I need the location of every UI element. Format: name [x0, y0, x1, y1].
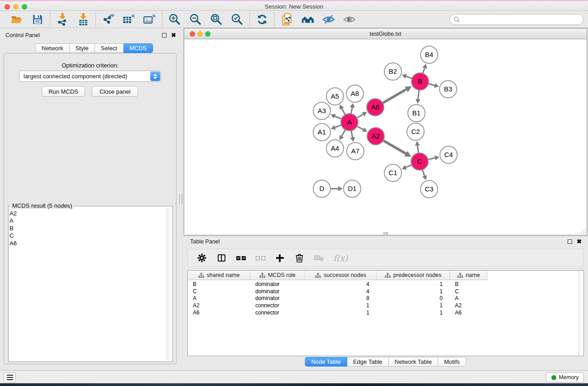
column-header-successor-nodes[interactable]: successor nodes [305, 271, 377, 280]
graph-node-C2[interactable]: C2 [407, 123, 424, 140]
graph-node-B4[interactable]: B4 [421, 46, 438, 63]
delete-table-icon[interactable] [314, 253, 324, 263]
graph-edge-A-A1[interactable] [335, 125, 341, 127]
graph-node-A[interactable]: A [341, 114, 358, 131]
table-row[interactable]: A2connector11A2 [188, 302, 578, 309]
mcds-result-item[interactable]: A6 [10, 240, 166, 247]
graph-edge-C-C3[interactable] [422, 170, 425, 176]
create-column-icon[interactable] [275, 253, 285, 263]
search-input[interactable] [460, 16, 579, 23]
table-row[interactable]: Cdominator41C [188, 288, 578, 295]
graph-edge-C-C4[interactable] [428, 158, 435, 160]
graph-edge-A-A2[interactable] [357, 126, 363, 129]
tab-style[interactable]: Style [70, 43, 95, 53]
save-session-icon[interactable] [31, 13, 44, 26]
deselect-all-columns-icon[interactable] [255, 253, 265, 263]
criterion-dropdown[interactable]: largest connected component (directed) [19, 71, 161, 82]
open-file-icon[interactable] [10, 13, 24, 26]
mcds-result-item[interactable]: B [10, 225, 166, 232]
mcds-list-scrollbar[interactable] [167, 207, 172, 361]
column-header-predecessor-nodes[interactable]: predecessor nodes [377, 271, 450, 280]
graph-node-A1[interactable]: A1 [313, 124, 330, 141]
window-bottom-grip[interactable] [383, 232, 388, 235]
graph-edge-A6-B[interactable] [382, 89, 406, 103]
table-settings-gear-icon[interactable] [197, 253, 207, 263]
close-panel-button[interactable]: Close panel [92, 86, 138, 97]
graph-node-A8[interactable]: A8 [346, 85, 363, 102]
graph-edge-B-B1[interactable] [418, 90, 419, 99]
graph-edge-A-A4[interactable] [342, 130, 345, 136]
hide-selected-icon[interactable] [322, 13, 335, 26]
graph-edge-B-B2[interactable] [406, 76, 412, 79]
export-image-icon[interactable] [143, 13, 157, 26]
graph-node-C3[interactable]: C3 [421, 181, 438, 198]
network-canvas[interactable]: B4B2BB3A8A5A6A3B1AC2A1A2A4A7C4CC1C3DD1 [184, 39, 587, 235]
vertical-splitter-grip[interactable] [179, 194, 182, 204]
graph-node-A7[interactable]: A7 [347, 143, 364, 160]
graph-node-C[interactable]: C [411, 153, 428, 170]
table-row[interactable]: A6connector11A6 [188, 309, 578, 316]
zoom-selected-icon[interactable] [230, 13, 244, 26]
zoom-out-icon[interactable] [189, 13, 202, 26]
tab-select[interactable]: Select [95, 43, 124, 53]
tab-network[interactable]: Network [35, 43, 70, 53]
graph-node-A6[interactable]: A6 [367, 99, 384, 116]
tab-mcds[interactable]: MCDS [124, 43, 153, 53]
show-all-icon[interactable] [343, 13, 356, 26]
graph-edge-A-A8[interactable] [351, 107, 353, 114]
table-scrollbar[interactable] [578, 271, 583, 356]
memory-button[interactable]: Memory [546, 372, 584, 382]
mcds-result-item[interactable]: C [10, 232, 166, 239]
table-row[interactable]: Adominator80A [188, 295, 578, 302]
mcds-result-item[interactable]: A2 [10, 210, 166, 217]
float-table-panel-icon[interactable] [568, 239, 572, 244]
close-table-panel-icon[interactable]: ✖ [577, 239, 582, 244]
graph-node-C1[interactable]: C1 [384, 164, 402, 181]
mcds-result-item[interactable]: A [10, 217, 166, 224]
graph-edge-C-C1[interactable] [406, 165, 412, 167]
function-builder-icon[interactable]: f(x) [333, 253, 348, 263]
task-history-button[interactable] [4, 372, 16, 382]
float-panel-icon[interactable] [162, 33, 167, 38]
graph-node-A3[interactable]: A3 [313, 102, 330, 119]
first-neighbors-icon[interactable] [301, 13, 315, 26]
split-panel-icon[interactable] [216, 253, 226, 263]
column-header-mcds-role[interactable]: MCDS role [250, 271, 305, 280]
graph-edge-A-A3[interactable] [335, 116, 342, 119]
graph-node-A2[interactable]: A2 [367, 128, 384, 145]
graph-edge-A-A7[interactable] [351, 131, 353, 138]
graph-edge-B-B4[interactable] [423, 68, 425, 73]
refresh-layout-icon[interactable] [255, 13, 269, 26]
graph-node-A4[interactable]: A4 [326, 140, 344, 157]
graph-node-D1[interactable]: D1 [344, 180, 361, 197]
column-header-name[interactable]: name [450, 271, 488, 280]
zoom-fit-icon[interactable] [210, 13, 223, 26]
zoom-in-icon[interactable] [168, 13, 182, 26]
graph-node-B3[interactable]: B3 [440, 81, 457, 98]
export-network-icon[interactable] [101, 13, 115, 26]
graph-edge-B-B3[interactable] [428, 84, 435, 86]
table-row[interactable]: Bdominator41B [188, 281, 578, 288]
import-network-icon[interactable] [56, 13, 69, 26]
select-all-columns-icon[interactable] [236, 253, 246, 263]
run-mcds-button[interactable]: Run MCDS [42, 86, 85, 97]
graph-node-A5[interactable]: A5 [326, 88, 344, 105]
tab-motifs[interactable]: Motifs [438, 357, 466, 367]
graph-node-B2[interactable]: B2 [384, 63, 402, 80]
import-table-icon[interactable] [76, 13, 90, 26]
search-field[interactable] [449, 14, 583, 25]
graph-node-C4[interactable]: C4 [440, 146, 457, 163]
export-table-icon[interactable] [122, 13, 136, 26]
tab-network-table[interactable]: Network Table [389, 357, 438, 367]
column-header-shared-name[interactable]: shared name [188, 271, 250, 280]
close-panel-icon[interactable]: ✖ [171, 33, 176, 38]
new-network-from-selection-icon[interactable] [280, 13, 294, 26]
tab-node-table[interactable]: Node Table [305, 357, 347, 367]
graph-node-B[interactable]: B [411, 73, 429, 90]
graph-edge-A-A5[interactable] [342, 109, 345, 114]
graph-edge-C-C2[interactable] [417, 146, 418, 153]
delete-columns-icon[interactable] [294, 253, 304, 263]
tab-edge-table[interactable]: Edge Table [347, 357, 389, 367]
graph-node-D[interactable]: D [313, 180, 330, 197]
graph-node-B1[interactable]: B1 [408, 105, 425, 122]
